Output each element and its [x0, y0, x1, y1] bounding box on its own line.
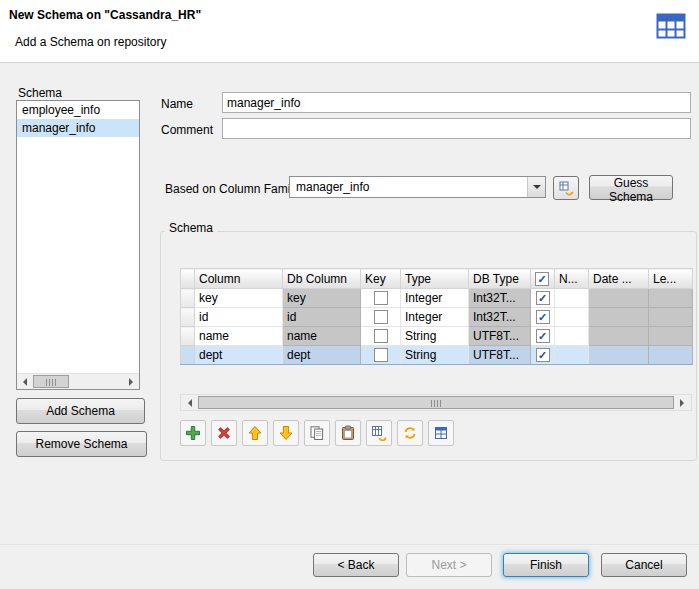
cell-date-pattern[interactable]	[589, 346, 649, 365]
add-schema-button[interactable]: Add Schema	[16, 398, 145, 424]
cell-length[interactable]	[649, 346, 693, 365]
key-checkbox[interactable]	[374, 348, 388, 362]
column-family-dropdown[interactable]: manager_info	[289, 176, 546, 198]
cell-nullable[interactable]	[555, 327, 589, 346]
key-checkbox[interactable]	[374, 329, 388, 343]
cell-db-type[interactable]: UTF8T...	[469, 346, 531, 365]
cell-column[interactable]: dept	[195, 346, 283, 365]
columns-button[interactable]	[428, 420, 454, 446]
cell-column[interactable]: name	[195, 327, 283, 346]
cell-key[interactable]	[361, 327, 401, 346]
db-type-header[interactable]: DB Type	[469, 269, 531, 289]
schema-list-label: Schema	[18, 86, 62, 100]
guess-schema-button[interactable]: Guess Schema	[589, 175, 673, 200]
cell-key[interactable]	[361, 308, 401, 327]
cell-db-type[interactable]: Int32T...	[469, 289, 531, 308]
cell-length[interactable]	[649, 308, 693, 327]
scroll-left-arrow-icon[interactable]	[181, 395, 198, 410]
row-indicator[interactable]	[181, 308, 195, 327]
copy-button[interactable]	[304, 420, 330, 446]
cell-db-type[interactable]: Int32T...	[469, 308, 531, 327]
cell-type[interactable]: Integer	[401, 289, 469, 308]
cell-key[interactable]	[361, 289, 401, 308]
nullable-checkbox[interactable]: ✓	[536, 310, 550, 324]
nullable-header[interactable]: N...	[555, 269, 589, 289]
cell-db-column[interactable]: dept	[283, 346, 361, 365]
cell-date-pattern[interactable]	[589, 308, 649, 327]
remove-column-button[interactable]	[211, 420, 237, 446]
table-scrollbar-thumb[interactable]	[198, 396, 674, 409]
cell-nullable[interactable]	[555, 346, 589, 365]
cell-nullable-check[interactable]: ✓	[531, 346, 555, 365]
nullable-checkbox[interactable]: ✓	[536, 291, 550, 305]
dropdown-arrow-icon[interactable]	[527, 177, 545, 197]
move-down-icon	[278, 425, 294, 441]
nullable-checkbox[interactable]: ✓	[536, 329, 550, 343]
cell-db-type[interactable]: UTF8T...	[469, 327, 531, 346]
based-on-column-family-label: Based on Column Family	[165, 182, 299, 196]
row-indicator[interactable]	[181, 289, 195, 308]
row-indicator[interactable]	[181, 346, 195, 365]
select-all-checkbox[interactable]: ✓	[535, 272, 549, 286]
cell-nullable-check[interactable]: ✓	[531, 327, 555, 346]
cell-type[interactable]: Integer	[401, 308, 469, 327]
remove-schema-button[interactable]: Remove Schema	[16, 431, 147, 457]
refresh-column-families-button[interactable]	[553, 176, 579, 200]
table-row-selected[interactable]: dept dept String UTF8T... ✓	[181, 346, 693, 365]
cell-nullable-check[interactable]: ✓	[531, 289, 555, 308]
move-up-icon	[247, 425, 263, 441]
back-button[interactable]: < Back	[313, 553, 399, 577]
table-row[interactable]: key key Integer Int32T... ✓	[181, 289, 693, 308]
cell-nullable[interactable]	[555, 308, 589, 327]
cell-type[interactable]: String	[401, 346, 469, 365]
finish-button[interactable]: Finish	[503, 553, 589, 577]
scroll-right-arrow-icon[interactable]	[674, 395, 691, 410]
cell-type[interactable]: String	[401, 327, 469, 346]
cell-length[interactable]	[649, 327, 693, 346]
reset-db-types-button[interactable]	[366, 420, 392, 446]
key-header[interactable]: Key	[361, 269, 401, 289]
cell-db-column[interactable]: id	[283, 308, 361, 327]
name-input[interactable]	[222, 92, 691, 113]
list-horizontal-scrollbar[interactable]	[17, 373, 139, 389]
db-column-header[interactable]: Db Column	[283, 269, 361, 289]
column-header[interactable]: Column	[195, 269, 283, 289]
key-checkbox[interactable]	[374, 310, 388, 324]
schema-columns-table: Column Db Column Key Type DB Type ✓ N...…	[180, 268, 693, 365]
add-column-button[interactable]	[180, 420, 206, 446]
list-item-employee-info[interactable]: employee_info	[17, 101, 139, 119]
nullable-select-all-header[interactable]: ✓	[531, 269, 555, 289]
comment-input[interactable]	[222, 118, 691, 139]
cell-nullable[interactable]	[555, 289, 589, 308]
cell-key[interactable]	[361, 346, 401, 365]
scroll-right-arrow-icon[interactable]	[124, 374, 139, 389]
cell-column[interactable]: id	[195, 308, 283, 327]
list-item-manager-info[interactable]: manager_info	[17, 119, 139, 137]
move-up-button[interactable]	[242, 420, 268, 446]
paste-button[interactable]	[335, 420, 361, 446]
move-down-button[interactable]	[273, 420, 299, 446]
table-horizontal-scrollbar[interactable]	[180, 394, 692, 411]
type-header[interactable]: Type	[401, 269, 469, 289]
cell-date-pattern[interactable]	[589, 289, 649, 308]
cell-db-column[interactable]: key	[283, 289, 361, 308]
cell-column[interactable]: key	[195, 289, 283, 308]
schema-table-icon	[656, 11, 686, 41]
cell-db-column[interactable]: name	[283, 327, 361, 346]
scroll-left-arrow-icon[interactable]	[17, 374, 32, 389]
cell-date-pattern[interactable]	[589, 327, 649, 346]
page-subtitle: Add a Schema on repository	[15, 35, 166, 49]
length-header[interactable]: Le...	[649, 269, 693, 289]
table-row[interactable]: id id Integer Int32T... ✓	[181, 308, 693, 327]
table-row[interactable]: name name String UTF8T... ✓	[181, 327, 693, 346]
cancel-button[interactable]: Cancel	[601, 553, 687, 577]
list-scrollbar-thumb[interactable]	[33, 375, 69, 388]
cell-length[interactable]	[649, 289, 693, 308]
refresh-types-button[interactable]	[397, 420, 423, 446]
cell-nullable-check[interactable]: ✓	[531, 308, 555, 327]
date-pattern-header[interactable]: Date ...	[589, 269, 649, 289]
key-checkbox[interactable]	[374, 291, 388, 305]
next-button: Next >	[406, 553, 492, 577]
nullable-checkbox[interactable]: ✓	[536, 348, 550, 362]
row-indicator[interactable]	[181, 327, 195, 346]
